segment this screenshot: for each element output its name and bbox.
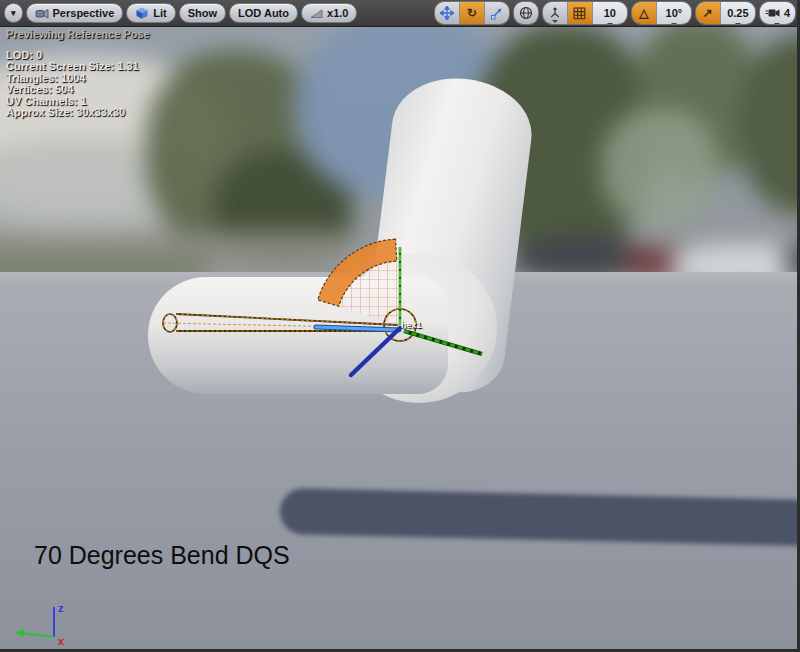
dropdown-arrow-icon: ▾ <box>11 9 16 18</box>
caption-text: 70 Degrees Bend DQS <box>34 541 290 570</box>
grid-snap-value-label: 10 <box>604 7 616 19</box>
viewport-stats: Previewing Reference Pose LOD: 0 Current… <box>6 29 150 119</box>
camera-speed-icon <box>765 7 780 19</box>
axis-y-arrowhead-icon <box>15 629 24 637</box>
angle-snap-toggle-button[interactable]: △ <box>632 2 657 24</box>
surface-snap-icon <box>548 6 562 20</box>
skeletal-mesh-viewport[interactable]: ▾ Perspective Lit Show <box>0 0 800 652</box>
grid-icon <box>573 7 586 20</box>
rotate-icon: ↻ <box>467 7 477 19</box>
angle-snap-value-label: 10° <box>666 7 683 19</box>
lod-auto-button[interactable]: LOD Auto <box>229 3 298 23</box>
scale-snap-value[interactable]: 0.25 <box>721 2 755 25</box>
camera-speed-value-label: 4 <box>784 7 790 19</box>
lit-mode-button[interactable]: Lit <box>126 3 175 23</box>
show-menu-button[interactable]: Show <box>179 3 226 23</box>
surface-snap-button[interactable] <box>543 2 568 24</box>
lit-cube-icon <box>135 6 149 20</box>
scale-snap-icon: ↗ <box>703 7 713 19</box>
caret-down-icon <box>607 23 613 25</box>
stat-approx-size: Approx Size: 30x33x30 <box>6 107 150 119</box>
angle-snap-icon: △ <box>639 7 648 19</box>
caret-down-icon <box>735 23 741 25</box>
perspective-button[interactable]: Perspective <box>26 3 124 23</box>
camera-speed-group: 4 <box>759 1 796 25</box>
axis-y-line <box>22 633 54 637</box>
camera-speed-button[interactable]: 4 <box>760 2 795 25</box>
transform-mode-group: ↻ <box>434 1 510 25</box>
scale-snap-toggle-button[interactable]: ↗ <box>696 2 721 24</box>
scene-3d[interactable]: hex1 Previewing Reference Pose LOD: 0 Cu… <box>0 27 800 652</box>
axis-z-label: z <box>58 602 64 614</box>
lit-label: Lit <box>153 7 166 19</box>
translate-mode-button[interactable] <box>435 2 460 24</box>
caret-down-icon <box>671 23 677 25</box>
move-icon <box>440 6 454 20</box>
preview-pose-label: Previewing Reference Pose <box>6 29 150 41</box>
grid-snap-group: 10 <box>542 1 628 25</box>
scale-snap-group: ↗ 0.25 <box>695 1 756 25</box>
axis-orientation-widget: z x <box>6 600 76 648</box>
bone-name-label[interactable]: hex1 <box>401 320 422 330</box>
viewport-toolbar: ▾ Perspective Lit Show <box>0 0 800 27</box>
caret-down-icon <box>552 20 558 23</box>
gizmo-axis-navy[interactable] <box>351 328 400 375</box>
screen-size-button[interactable]: x1.0 <box>301 3 357 23</box>
viewport-options-button[interactable]: ▾ <box>4 3 23 23</box>
scale-mode-button[interactable] <box>485 2 509 24</box>
stat-vertices: Vertices: 504 <box>6 84 150 96</box>
axis-x-label: x <box>58 635 65 647</box>
toolbar-left-group: ▾ Perspective Lit Show <box>4 3 357 23</box>
stat-screen-size: Current Screen Size: 1.31 <box>6 61 150 73</box>
scale-snap-value-label: 0.25 <box>727 7 748 19</box>
show-label: Show <box>188 7 217 19</box>
grid-snap-value[interactable]: 10 <box>593 2 627 25</box>
coordinate-space-group <box>513 1 539 25</box>
angle-snap-value[interactable]: 10° <box>657 2 691 25</box>
grid-snap-toggle-button[interactable] <box>568 2 593 24</box>
toolbar-right-group: ↻ <box>434 1 796 25</box>
screen-size-icon <box>310 7 323 20</box>
scale-icon <box>490 7 503 20</box>
perspective-label: Perspective <box>53 7 115 19</box>
screen-size-label: x1.0 <box>327 7 348 19</box>
angle-snap-group: △ 10° <box>631 1 692 25</box>
caret-down-icon <box>774 23 780 25</box>
globe-icon <box>519 6 533 20</box>
rotate-mode-button[interactable]: ↻ <box>460 2 485 24</box>
world-local-toggle-button[interactable] <box>514 2 538 24</box>
lod-auto-label: LOD Auto <box>238 7 289 19</box>
perspective-camera-icon <box>35 6 49 20</box>
